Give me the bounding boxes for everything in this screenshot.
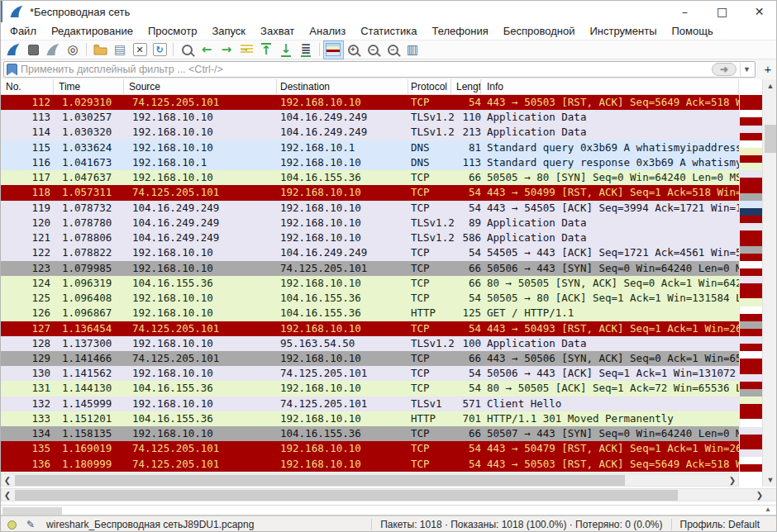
packet-row-118[interactable]: 1181.05731174.125.205.101192.168.10.10TC… <box>1 185 739 200</box>
menu-item-0[interactable]: Файл <box>2 23 44 39</box>
packet-row-115[interactable]: 1151.033624192.168.10.10192.168.10.1DNS8… <box>1 140 739 155</box>
minimap-stripe <box>740 155 762 163</box>
next-packet-icon[interactable]: → <box>217 41 236 59</box>
go-to-packet-icon[interactable] <box>237 41 256 59</box>
scroll-down-arrow-icon[interactable]: ▼ <box>763 476 777 484</box>
last-packet-icon[interactable]: ↓ <box>277 41 296 59</box>
profile-selector[interactable]: Профиль: Default <box>671 519 769 530</box>
minimize-button[interactable]: – <box>666 1 703 22</box>
cell-no: 127 <box>1 321 54 336</box>
display-filter-input[interactable] <box>21 64 712 75</box>
column-header-length[interactable]: Length <box>451 79 481 95</box>
vertical-scrollbar-thumb[interactable] <box>765 125 777 153</box>
filter-dropdown-caret-icon[interactable]: ▼ <box>740 63 753 76</box>
auto-scroll-icon[interactable]: ≣ <box>297 41 316 59</box>
save-file-icon[interactable]: ▤ <box>111 41 130 59</box>
menu-item-8[interactable]: Беспроводной <box>496 23 583 39</box>
reload-file-icon[interactable]: ↻ <box>150 41 169 59</box>
menu-item-5[interactable]: Анализ <box>302 23 353 39</box>
column-header-time[interactable]: Time <box>54 79 124 95</box>
cell-no: 130 <box>1 366 54 381</box>
vertical-scrollbar[interactable]: ▲ ▼ <box>762 79 777 487</box>
open-file-icon[interactable] <box>91 41 110 59</box>
scroll-up-arrow-icon[interactable]: ▲ <box>763 82 777 90</box>
menu-item-3[interactable]: Запуск <box>204 23 253 39</box>
maximize-button[interactable]: □ <box>703 1 741 22</box>
packet-minimap[interactable] <box>739 95 762 472</box>
zoom-100-icon[interactable]: − <box>384 41 403 59</box>
collapsed-pane-thumb[interactable] <box>2 507 62 515</box>
packet-row-135[interactable]: 1351.16901974.125.205.101192.168.10.10TC… <box>1 441 739 456</box>
hscroll2-right-arrow-icon[interactable]: ❯ <box>754 489 765 501</box>
packet-row-133[interactable]: 1331.151201104.16.155.36192.168.10.10HTT… <box>1 411 739 426</box>
collapsed-pane-arrow-icon[interactable]: ▲ <box>765 506 771 513</box>
packet-row-114[interactable]: 1141.030320192.168.10.10104.16.249.249TL… <box>1 125 739 140</box>
menu-item-2[interactable]: Просмотр <box>141 23 204 39</box>
close-button[interactable]: ✕ <box>741 1 777 22</box>
colorize-icon[interactable] <box>324 41 343 59</box>
packet-list-hscrollbar[interactable]: ❮ ❯ <box>1 473 739 487</box>
resize-grip[interactable] <box>768 516 777 532</box>
hscroll1-right-arrow-icon[interactable]: ❯ <box>727 474 738 487</box>
apply-filter-button[interactable]: ➜ <box>712 63 736 76</box>
packet-row-130[interactable]: 1301.141562192.168.10.1074.125.205.101TC… <box>1 366 739 381</box>
menu-item-9[interactable]: Инструменты <box>582 23 664 39</box>
packet-row-127[interactable]: 1271.13645474.125.205.101192.168.10.10TC… <box>1 321 739 336</box>
zoom-in-icon[interactable]: + <box>344 41 363 59</box>
packet-row-132[interactable]: 1321.145999192.168.10.1074.125.205.101TL… <box>1 397 739 411</box>
stop-capture-icon[interactable] <box>24 41 43 59</box>
column-header-protocol[interactable]: Protocol <box>408 79 451 95</box>
packet-row-124[interactable]: 1241.096319104.16.155.36192.168.10.10TCP… <box>1 276 739 291</box>
packet-row-125[interactable]: 1251.096408192.168.10.10104.16.155.36TCP… <box>1 291 739 306</box>
zoom-out-icon[interactable]: − <box>364 41 383 59</box>
menu-item-10[interactable]: Помощь <box>665 23 721 39</box>
restart-capture-icon[interactable] <box>44 41 63 59</box>
packet-row-113[interactable]: 1131.030257192.168.10.10104.16.249.249TL… <box>1 110 739 125</box>
cell-len: 100 <box>451 336 481 351</box>
hscroll1-left-arrow-icon[interactable]: ❮ <box>2 474 13 487</box>
previous-packet-icon[interactable]: ← <box>198 41 217 59</box>
packet-row-134[interactable]: 1341.158135192.168.10.10104.16.155.36TCP… <box>1 426 739 441</box>
cell-dst: 192.168.10.10 <box>277 441 408 456</box>
expert-info-indicator[interactable] <box>7 520 17 530</box>
menu-item-7[interactable]: Телефония <box>424 23 495 39</box>
menu-item-4[interactable]: Захват <box>253 23 302 39</box>
hscroll1-thumb[interactable] <box>15 475 625 486</box>
capture-comment-icon[interactable]: ✎ <box>26 519 35 530</box>
menu-item-1[interactable]: Редактирование <box>44 23 141 39</box>
resize-columns-icon[interactable]: ▥ <box>403 41 422 59</box>
hscroll2-left-arrow-icon[interactable]: ❮ <box>2 489 13 501</box>
column-header-info[interactable]: Info <box>481 79 739 95</box>
packet-row-129[interactable]: 1291.14146674.125.205.101192.168.10.10TC… <box>1 351 739 366</box>
packet-row-117[interactable]: 1171.047637192.168.10.10104.16.155.36TCP… <box>1 170 739 185</box>
bottom-hscrollbar[interactable]: ❮ ❯ <box>1 488 777 501</box>
packet-row-116[interactable]: 1161.041673192.168.10.1192.168.10.10DNS1… <box>1 155 739 170</box>
packet-row-120[interactable]: 1201.078780104.16.249.249192.168.10.10TL… <box>1 216 739 230</box>
cell-no: 124 <box>1 276 54 291</box>
column-header-destination[interactable]: Destination <box>277 79 408 95</box>
filter-bookmark-icon[interactable] <box>7 64 17 76</box>
packet-row-136[interactable]: 1361.18099974.125.205.101192.168.10.10TC… <box>1 457 739 472</box>
menu-item-6[interactable]: Статистика <box>353 23 424 39</box>
packet-row-131[interactable]: 1311.144130104.16.155.36192.168.10.10TCP… <box>1 381 739 396</box>
column-header-no[interactable]: No. <box>1 79 54 95</box>
minimap-stripe <box>740 314 762 321</box>
add-filter-button-plus-icon[interactable]: + <box>760 62 775 77</box>
packet-row-112[interactable]: 1121.02931074.125.205.101192.168.10.10TC… <box>1 95 739 110</box>
first-packet-icon[interactable]: ↑ <box>257 41 276 59</box>
start-capture-icon[interactable] <box>4 41 23 59</box>
hscroll2-thumb[interactable] <box>15 490 678 501</box>
close-file-icon[interactable]: ✕ <box>131 41 150 59</box>
capture-options-icon[interactable]: ◎ <box>64 41 83 59</box>
packet-row-122[interactable]: 1221.078822192.168.10.10104.16.249.249TC… <box>1 245 739 260</box>
packet-row-128[interactable]: 1281.137300192.168.10.1095.163.54.50TLSv… <box>1 336 739 351</box>
packet-row-126[interactable]: 1261.096867192.168.10.10104.16.155.36HTT… <box>1 306 739 321</box>
cell-no: 126 <box>1 306 54 321</box>
packet-row-121[interactable]: 1211.078806104.16.249.249192.168.10.10TL… <box>1 230 739 245</box>
cell-src: 192.168.10.10 <box>124 245 277 260</box>
packet-row-123[interactable]: 1231.079985192.168.10.1074.125.205.101TC… <box>1 261 739 276</box>
find-packet-icon[interactable] <box>178 41 197 59</box>
minimap-stripe <box>740 126 762 133</box>
packet-row-119[interactable]: 1191.078732104.16.249.249192.168.10.10TC… <box>1 201 739 216</box>
column-header-source[interactable]: Source <box>124 79 277 95</box>
